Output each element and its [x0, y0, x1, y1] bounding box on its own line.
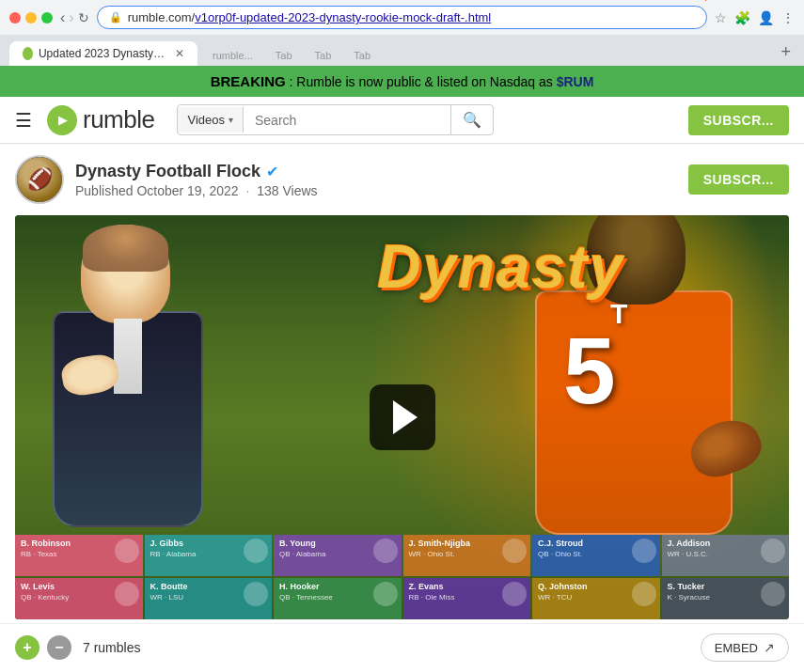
browser-window-controls — [9, 12, 53, 23]
play-button[interactable] — [370, 384, 435, 450]
avatar-image: 🏈 — [17, 157, 62, 202]
player-card-avatar — [761, 582, 785, 606]
player-card-avatar — [632, 539, 656, 563]
player-card-addison: J. Addison WR · U.S.C. — [662, 535, 790, 576]
player-card-hooker: H. Hooker QB · Tennessee — [274, 578, 402, 619]
menu-icon[interactable]: ⋮ — [781, 10, 795, 25]
player-card-gibbs: J. Gibbs RB · Alabama — [145, 535, 273, 576]
chevron-down-icon: ▾ — [229, 115, 233, 125]
downvote-button[interactable]: − — [47, 635, 71, 660]
player-card-avatar — [502, 582, 527, 606]
search-category-label: Videos — [187, 113, 225, 127]
active-tab[interactable]: Updated 2023 Dynasty Rookie... ✕ — [9, 41, 197, 66]
player-card-avatar — [244, 582, 268, 606]
bookmark-icon[interactable]: ☆ — [715, 10, 727, 25]
channel-avatar[interactable]: 🏈 — [15, 155, 64, 204]
tab-close-icon[interactable]: ✕ — [175, 47, 184, 60]
search-icon: 🔍 — [463, 112, 481, 128]
address-url: rumble.com/v1orp0f-updated-2023-dynasty-… — [128, 10, 695, 24]
site-header: ☰ rumble Videos ▾ 🔍 SUBSCR... — [0, 97, 804, 144]
inactive-tab-4[interactable]: Tab — [344, 45, 380, 66]
logo-icon — [47, 105, 77, 135]
view-count: 138 Views — [257, 183, 317, 198]
inactive-tab-1[interactable]: rumble... — [203, 45, 262, 66]
inactive-tab-2[interactable]: Tab — [266, 45, 302, 66]
search-bar: Videos ▾ 🔍 — [177, 104, 494, 135]
search-category-dropdown[interactable]: Videos ▾ — [178, 107, 244, 133]
player-card-avatar — [373, 539, 398, 563]
back-icon[interactable]: ‹ — [60, 9, 65, 26]
verified-badge-icon: ✔ — [266, 163, 278, 180]
minus-icon: − — [55, 639, 63, 656]
browser-tab-bar: Updated 2023 Dynasty Rookie... ✕ rumble.… — [0, 35, 804, 66]
player-card-stroud: C.J. Stroud QB · Ohio St. — [532, 535, 660, 576]
action-bar: + − 7 rumbles EMBED ↗ — [0, 623, 804, 671]
channel-info: 🏈 Dynasty Football Flock ✔ Published Oct… — [0, 144, 804, 215]
player-card-avatar — [502, 539, 527, 563]
video-title-overlay: Dynasty — [377, 232, 624, 302]
person-left — [24, 225, 241, 535]
search-input[interactable] — [244, 107, 450, 133]
separator: · — [245, 183, 249, 198]
browser-toolbar: ‹ › ↻ 🔒 rumble.com/v1orp0f-updated-2023-… — [0, 0, 804, 35]
channel-subscribe-button[interactable]: SUBSCR... — [688, 164, 789, 195]
breaking-label: BREAKING — [211, 73, 286, 89]
player-card-avatar — [761, 539, 785, 563]
user-icon[interactable]: 👤 — [758, 10, 774, 25]
breaking-news-bar: BREAKING : Rumble is now public & listed… — [0, 66, 804, 97]
minimize-window-button[interactable] — [25, 12, 37, 23]
analyst-shirt — [114, 319, 142, 394]
player-card-avatar — [115, 539, 139, 563]
player-card-tucker: S. Tucker K · Syracuse — [662, 578, 790, 619]
logo-text: rumble — [83, 105, 154, 134]
lock-icon: 🔒 — [109, 11, 122, 23]
subscribe-button[interactable]: SUBSCR... — [688, 105, 789, 135]
player-card-johnston: Q. Johnston WR · TCU — [532, 578, 660, 619]
close-window-button[interactable] — [9, 12, 21, 23]
channel-meta: Published October 19, 2022 · 138 Views — [75, 183, 677, 198]
video-wrapper: Dynasty T 5 — [15, 215, 789, 619]
other-tabs: rumble... Tab Tab Tab — [203, 45, 771, 66]
url-path: v1orp0f-updated-2023-dynasty-rookie-mock… — [195, 10, 491, 24]
player-card-levis: W. Levis QB · Kentucky — [15, 578, 143, 619]
breaking-text: : Rumble is now public & listed on Nasda… — [290, 74, 557, 89]
browser-actions: ☆ 🧩 👤 ⋮ — [715, 10, 795, 25]
upvote-button[interactable]: + — [15, 635, 39, 660]
analyst-hair — [83, 225, 168, 272]
channel-name-row: Dynasty Football Flock ✔ — [75, 162, 677, 181]
published-date: Published October 19, 2022 — [75, 183, 239, 198]
player-card-evans: Z. Evans RB · Ole Miss — [403, 578, 531, 619]
hamburger-menu-icon[interactable]: ☰ — [15, 109, 32, 132]
url-prefix: rumble.com/ — [128, 10, 196, 24]
channel-subscribe-area: SUBSCR... — [688, 164, 789, 195]
ticker-symbol[interactable]: $RUM — [557, 74, 594, 89]
embed-button[interactable]: EMBED ↗ — [701, 633, 789, 662]
site-logo[interactable]: rumble — [47, 105, 154, 135]
play-icon — [393, 400, 418, 434]
forward-icon[interactable]: › — [69, 9, 73, 26]
video-thumbnail[interactable]: Dynasty T 5 — [15, 215, 789, 619]
player-card-robinson: B. Robinson RB · Texas — [15, 535, 143, 576]
player-cards-row2: W. Levis QB · Kentucky K. Boutte WR · LS… — [15, 578, 789, 619]
channel-name[interactable]: Dynasty Football Flock — [75, 162, 260, 181]
inactive-tab-3[interactable]: Tab — [306, 45, 341, 66]
embed-label: EMBED — [715, 641, 758, 655]
channel-details: Dynasty Football Flock ✔ Published Octob… — [75, 162, 677, 198]
player-card-avatar — [373, 582, 398, 606]
player-card-avatar — [244, 539, 268, 563]
annotation-arrow: ↓ — [699, 0, 715, 8]
player-card-young: B. Young QB · Alabama — [274, 535, 402, 576]
browser-chrome: ‹ › ↻ 🔒 rumble.com/v1orp0f-updated-2023-… — [0, 0, 804, 66]
player-card-boutte: K. Boutte WR · LSU — [145, 578, 273, 619]
share-icon: ↗ — [764, 640, 775, 655]
maximize-window-button[interactable] — [41, 12, 53, 23]
address-bar[interactable]: 🔒 rumble.com/v1orp0f-updated-2023-dynast… — [97, 6, 707, 29]
new-tab-button[interactable]: + — [777, 39, 795, 66]
search-button[interactable]: 🔍 — [450, 105, 493, 134]
player-cards-row1: B. Robinson RB · Texas J. Gibbs RB · Ala… — [15, 535, 789, 576]
rumbles-count: 7 rumbles — [83, 640, 140, 655]
player-card-njigba: J. Smith-Njigba WR · Ohio St. — [403, 535, 531, 576]
reload-icon[interactable]: ↻ — [78, 10, 89, 25]
browser-nav-icons: ‹ › ↻ — [60, 9, 89, 26]
extensions-icon[interactable]: 🧩 — [734, 10, 750, 25]
